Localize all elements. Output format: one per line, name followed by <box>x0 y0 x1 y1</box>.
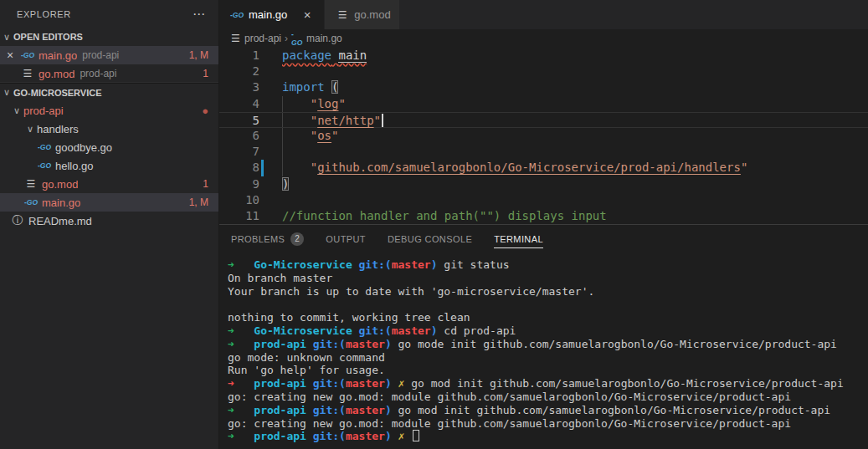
code-token: net/http <box>317 114 373 127</box>
terminal-text: On branch master <box>228 272 332 284</box>
code-token: //function handler and path("") displays… <box>282 209 607 222</box>
chevron-down-icon: ∨ <box>10 105 23 116</box>
tree-row[interactable]: ∨handlers <box>0 120 218 138</box>
terminal-text: Run 'go help' for usage. <box>228 364 385 376</box>
chevron-right-icon: › <box>285 33 288 44</box>
terminal-text: go mode: unknown command <box>228 351 385 364</box>
text-cursor <box>382 114 383 127</box>
code-line[interactable]: 8 "github.com/samuelarogbonlo/Go-Microse… <box>219 160 868 176</box>
editor-tabbar: -GOmain.go×☰go.mod <box>219 0 868 29</box>
panel-tab-label: DEBUG CONSOLE <box>388 234 472 244</box>
code-line[interactable]: 4 "log" <box>219 96 868 112</box>
tree-row[interactable]: -GOmain.go1, M <box>0 193 218 212</box>
code-content: "os" <box>282 128 868 144</box>
breadcrumb-item[interactable]: -GOmain.go <box>291 30 342 47</box>
tree-row[interactable]: -GOhello.go <box>0 156 218 175</box>
tab-go.mod[interactable]: ☰go.mod <box>325 0 399 29</box>
workspace-header[interactable]: ∨ GO-MICROSERVICE <box>0 83 218 101</box>
tree-row[interactable]: ⓘREADme.md <box>0 212 218 230</box>
panel-tab-label: PROBLEMS <box>231 234 285 244</box>
terminal-text: master <box>346 404 385 416</box>
explorer-titlebar: EXPLORER ⋯ <box>0 0 218 28</box>
open-editors-header[interactable]: ∨ OPEN EDITORS <box>0 28 218 46</box>
code-content: "github.com/samuelarogbonlo/Go-Microserv… <box>282 160 868 176</box>
code-token: " <box>282 161 317 174</box>
go-icon: -GO <box>23 198 39 207</box>
go-icon: -GO <box>229 11 244 19</box>
terminal-text: go mode init github.com/samuelarogbonlo/… <box>398 338 837 350</box>
list-icon: ☰ <box>229 33 242 44</box>
explorer-sidebar: EXPLORER ⋯ ∨ OPEN EDITORS ×-GOmain.gopro… <box>0 0 219 449</box>
chevron-down-icon: ∨ <box>0 87 13 98</box>
terminal[interactable]: ➜ Go-Microservice git:(master) git statu… <box>219 253 868 449</box>
code-line[interactable]: 7 <box>219 144 868 160</box>
terminal-line: Your branch is up to date with 'go-micro… <box>228 285 868 298</box>
workspace-label: GO-MICROSERVICE <box>13 88 102 98</box>
terminal-text: ) <box>385 377 398 390</box>
panel-tabbar: PROBLEMS2OUTPUTDEBUG CONSOLETERMINAL <box>219 225 868 253</box>
code-content: import ( <box>282 79 868 95</box>
code-token: os <box>317 129 331 142</box>
go-icon: -GO <box>37 161 52 170</box>
terminal-text: ➜ <box>228 258 254 271</box>
line-number: 4 <box>219 96 282 112</box>
panel-tab-output[interactable]: OUTPUT <box>326 225 366 253</box>
code-line[interactable]: 6 "os" <box>219 128 868 144</box>
code-line[interactable]: 2 <box>219 64 868 79</box>
info-icon: ⓘ <box>10 213 25 228</box>
terminal-text: go mod init github.com/samuelarogbonlo/G… <box>398 404 831 416</box>
code-line[interactable]: 9) <box>219 176 868 192</box>
terminal-text: prod-api <box>254 430 312 442</box>
code-line[interactable]: 10 <box>219 192 868 208</box>
terminal-line: ➜ Go-Microservice git:(master) cd prod-a… <box>228 324 868 338</box>
terminal-text: git status <box>444 258 509 271</box>
terminal-text: ➜ <box>228 377 254 390</box>
line-number: 5 <box>219 113 282 127</box>
code-line[interactable]: 1package main <box>219 48 868 64</box>
go-icon: -GO <box>20 51 35 59</box>
terminal-text: ) <box>385 338 398 350</box>
panel-tab-terminal[interactable]: TERMINAL <box>494 225 543 253</box>
tab-main.go[interactable]: -GOmain.go× <box>219 0 325 29</box>
list-icon: ☰ <box>23 178 39 190</box>
code-line[interactable]: 11//function handler and path("") displa… <box>219 208 868 224</box>
open-editor-row[interactable]: ×-GOmain.goprod-api1, M <box>0 46 218 64</box>
file-detail: prod-api <box>82 49 119 61</box>
terminal-line: ➜ prod-api git:(master) go mod init gith… <box>228 404 868 417</box>
panel-tab-problems[interactable]: PROBLEMS2 <box>231 225 304 253</box>
breadcrumb-item[interactable]: ☰prod-api <box>229 33 281 44</box>
folder-name: handlers <box>37 123 79 135</box>
terminal-cursor <box>413 430 419 441</box>
tree-row[interactable]: ∨prod-api● <box>0 101 218 120</box>
code-content <box>282 192 868 208</box>
open-editors-label: OPEN EDITORS <box>13 32 83 42</box>
code-content <box>282 64 868 79</box>
terminal-text: git:( <box>313 430 346 442</box>
code-token <box>325 80 331 94</box>
terminal-line: ➜ prod-api git:(master) ✗ go mod init gi… <box>228 377 868 390</box>
code-line[interactable]: 3import ( <box>219 79 868 95</box>
code-token: " <box>282 97 317 110</box>
code-token: " <box>374 114 381 127</box>
tree-row[interactable]: -GOgoodbye.go <box>0 138 218 156</box>
line-number: 9 <box>219 176 282 192</box>
code-line[interactable]: 5 "net/http" <box>219 112 868 128</box>
terminal-text: ➜ <box>228 338 254 350</box>
bottom-panel: PROBLEMS2OUTPUTDEBUG CONSOLETERMINAL ➜ G… <box>219 224 868 449</box>
close-icon[interactable]: × <box>0 48 20 62</box>
problems-badge: 1 <box>203 178 208 190</box>
terminal-line: Run 'go help' for usage. <box>228 364 868 377</box>
chevron-down-icon: ∨ <box>23 124 37 135</box>
code-token: github.com/samuelarogbonlo/Go-Microservi… <box>317 161 741 174</box>
panel-tab-debug-console[interactable]: DEBUG CONSOLE <box>388 225 472 253</box>
close-icon[interactable]: × <box>299 8 316 22</box>
code-editor[interactable]: 1package main23import (4 "log"5 "net/htt… <box>219 48 868 224</box>
more-actions-icon[interactable]: ⋯ <box>193 7 207 22</box>
open-editor-row[interactable]: ☰go.modprod-api1 <box>0 64 218 83</box>
breadcrumb-label: main.go <box>306 33 342 44</box>
terminal-text: git:( <box>359 324 392 337</box>
tree-row[interactable]: ☰go.mod1 <box>0 175 218 193</box>
breadcrumb-label: prod-api <box>244 33 281 44</box>
code-content: //function handler and path("") displays… <box>282 208 868 224</box>
terminal-line: On branch master <box>228 272 868 285</box>
